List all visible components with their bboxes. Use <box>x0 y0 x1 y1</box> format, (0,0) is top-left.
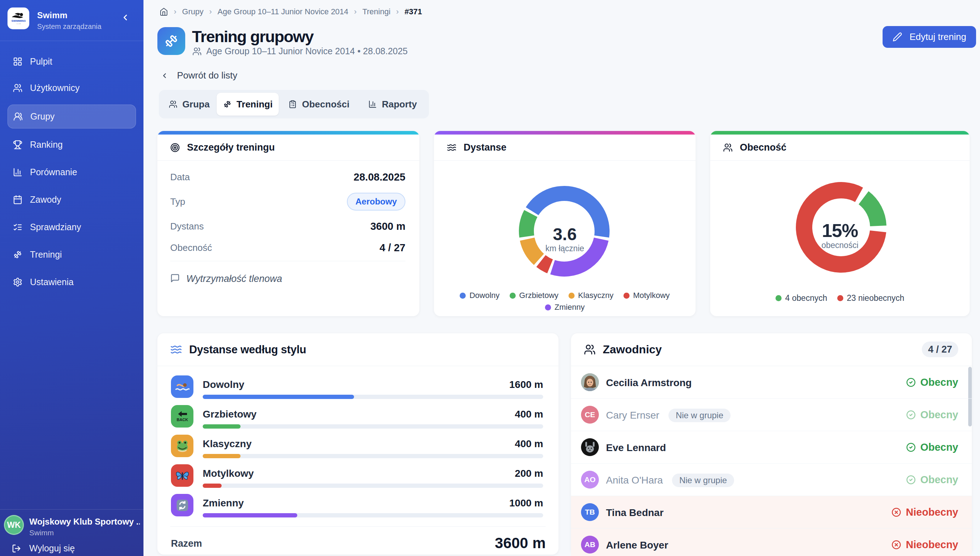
svg-text:C L U B: C L U B <box>16 23 21 24</box>
svg-text:BACK: BACK <box>177 417 188 422</box>
svg-text:SWIMMING: SWIMMING <box>11 19 26 23</box>
